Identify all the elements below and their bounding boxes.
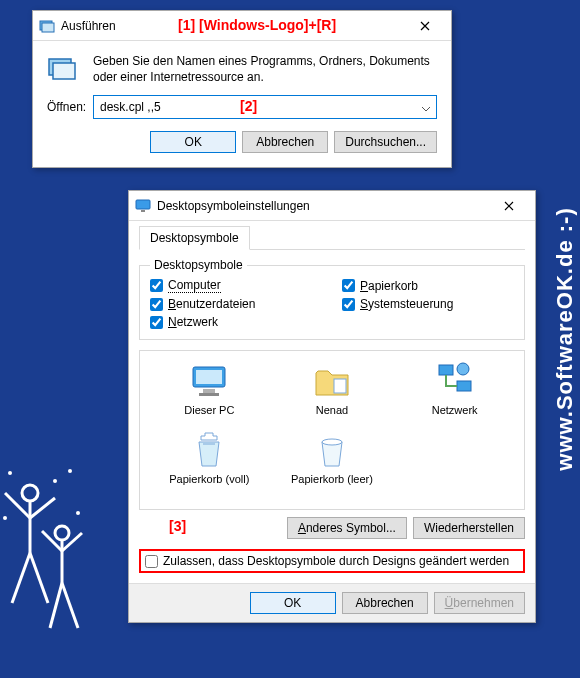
- cancel-button[interactable]: Abbrechen: [242, 131, 328, 153]
- titlebar: Ausführen [1] [Windows-Logo]+[R]: [33, 11, 451, 41]
- svg-rect-22: [141, 210, 145, 212]
- svg-point-12: [8, 471, 12, 475]
- svg-line-11: [62, 583, 78, 628]
- run-description: Geben Sie den Namen eines Programms, Ord…: [93, 53, 437, 85]
- ok-button[interactable]: OK: [150, 131, 236, 153]
- titlebar: Desktopsymboleinstellungen: [129, 191, 535, 221]
- tab-desktopsymbole[interactable]: Desktopsymbole: [139, 226, 250, 250]
- chevron-down-icon[interactable]: [421, 100, 431, 118]
- svg-rect-20: [53, 63, 75, 79]
- change-icon-button[interactable]: Anderes Symbol...: [287, 517, 407, 539]
- ok-button[interactable]: OK: [250, 592, 336, 614]
- desktop-icon-settings-dialog: Desktopsymboleinstellungen Desktopsymbol…: [128, 190, 536, 623]
- svg-line-4: [12, 553, 30, 603]
- fieldset-legend: Desktopsymbole: [150, 258, 247, 272]
- icon-papierkorb-leer[interactable]: Papierkorb (leer): [282, 430, 382, 485]
- close-button[interactable]: [405, 12, 445, 40]
- svg-line-8: [42, 531, 62, 551]
- svg-line-5: [30, 553, 48, 603]
- run-title: Ausführen: [61, 19, 116, 33]
- check-computer[interactable]: Computer: [150, 278, 322, 293]
- check-systemsteuerung[interactable]: Systemsteuerung: [342, 297, 514, 311]
- annotation-2: [2]: [240, 98, 257, 114]
- tabstrip: Desktopsymbole: [139, 225, 525, 250]
- icon-papierkorb-voll[interactable]: Papierkorb (voll): [159, 430, 259, 485]
- close-button[interactable]: [489, 192, 529, 220]
- run-program-icon: [47, 53, 79, 85]
- svg-rect-28: [439, 365, 453, 375]
- open-label: Öffnen:: [47, 100, 87, 114]
- browse-button[interactable]: Durchsuchen...: [334, 131, 437, 153]
- svg-point-0: [22, 485, 38, 501]
- icon-preview-box: Dieser PC Nenad Netzwerk Papierkorb (vol…: [139, 350, 525, 510]
- svg-rect-24: [196, 370, 222, 384]
- dialog-footer: OK Abbrechen Übernehmen: [129, 583, 535, 622]
- check-papierkorb[interactable]: Papierkorb: [342, 278, 514, 293]
- cancel-button[interactable]: Abbrechen: [342, 592, 428, 614]
- svg-line-9: [62, 533, 82, 551]
- display-icon: [135, 198, 151, 214]
- decorative-figures: [0, 463, 90, 643]
- run-dialog: Ausführen [1] [Windows-Logo]+[R] Geben S…: [32, 10, 452, 168]
- check-allow-themes[interactable]: Zulassen, dass Desktopsymbole durch Desi…: [139, 549, 525, 573]
- icon-netzwerk[interactable]: Netzwerk: [405, 361, 505, 416]
- svg-rect-27: [334, 379, 346, 393]
- annotation-3: [3]: [169, 518, 186, 534]
- svg-point-16: [68, 469, 72, 473]
- svg-line-10: [50, 583, 62, 628]
- dsk-title: Desktopsymboleinstellungen: [157, 199, 310, 213]
- svg-rect-25: [203, 389, 215, 393]
- svg-point-6: [55, 526, 69, 540]
- icon-nenad[interactable]: Nenad: [282, 361, 382, 416]
- svg-point-14: [76, 511, 80, 515]
- desktop-icons-fieldset: Desktopsymbole Computer Papierkorb Benut…: [139, 258, 525, 340]
- watermark-side: www.SoftwareOK.de :-): [552, 207, 578, 470]
- annotation-1: [1] [Windows-Logo]+[R]: [178, 17, 336, 33]
- svg-point-15: [3, 516, 7, 520]
- svg-rect-21: [136, 200, 150, 209]
- svg-rect-18: [42, 23, 54, 32]
- svg-point-30: [457, 363, 469, 375]
- svg-rect-26: [199, 393, 219, 396]
- run-icon: [39, 18, 55, 34]
- svg-point-13: [53, 479, 57, 483]
- svg-point-31: [322, 439, 342, 445]
- apply-button[interactable]: Übernehmen: [434, 592, 525, 614]
- svg-rect-29: [457, 381, 471, 391]
- open-input[interactable]: [93, 95, 437, 119]
- check-netzwerk[interactable]: Netzwerk: [150, 315, 322, 329]
- icon-dieser-pc[interactable]: Dieser PC: [159, 361, 259, 416]
- svg-line-2: [5, 493, 30, 518]
- restore-button[interactable]: Wiederherstellen: [413, 517, 525, 539]
- check-benutzerdateien[interactable]: Benutzerdateien: [150, 297, 322, 311]
